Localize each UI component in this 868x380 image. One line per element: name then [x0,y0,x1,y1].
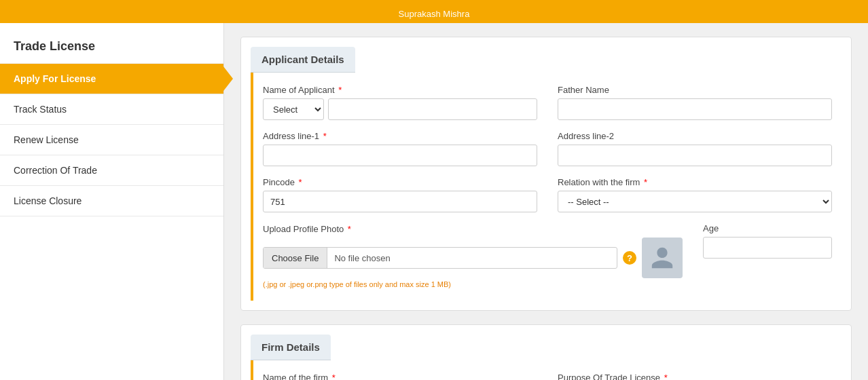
firm-section: Firm Details Name of the firm * Purpose … [240,324,852,380]
sidebar-item-correction[interactable]: Correction Of Trade [0,155,223,186]
firm-grid: Name of the firm * Purpose Of Trade Lice… [263,373,832,380]
choose-file-button[interactable]: Choose File [264,248,327,268]
sidebar-item-closure-label: License Closure [14,195,82,206]
name-input-row: Select Mr. Mrs. Ms. Dr. [263,98,537,120]
sidebar-item-apply[interactable]: Apply For License [0,64,223,94]
father-name-label: Father Name [558,85,832,95]
address1-required-star: * [321,131,327,141]
sidebar-item-renew[interactable]: Renew License [0,125,223,155]
relation-group: Relation with the firm * -- Select -- Ow… [558,177,832,212]
sidebar-item-renew-label: Renew License [14,134,79,145]
applicant-form: Name of Applicant * Select Mr. Mrs. Ms. … [251,73,842,301]
person-icon [649,245,675,271]
address2-input[interactable] [558,145,832,166]
file-input-wrapper: Choose File No file chosen [263,247,617,269]
purpose-label: Purpose Of Trade License * [558,373,832,380]
pincode-input[interactable] [263,191,537,212]
father-name-input[interactable] [558,98,832,120]
applicant-section: Applicant Details Name of Applicant * Se… [240,37,852,311]
address1-label: Address line-1 * [263,131,537,141]
purpose-required-star: * [662,373,668,380]
upload-label: Upload Profile Photo * [263,224,351,234]
address1-input[interactable] [263,145,537,166]
main-content: Applicant Details Name of Applicant * Se… [224,23,868,380]
sidebar-title: Trade License [0,30,223,64]
sidebar-item-closure[interactable]: License Closure [0,186,223,216]
age-section: Age [703,223,832,259]
pincode-group: Pincode * [263,177,537,212]
upload-help-icon[interactable]: ? [623,251,636,265]
address1-group: Address line-1 * [263,131,537,166]
applicant-section-header: Applicant Details [251,47,355,73]
sidebar-item-track-label: Track Status [14,104,67,115]
username-display: Suprakash Mishra [399,9,470,19]
name-label: Name of Applicant * [263,85,537,95]
purpose-group: Purpose Of Trade License * [558,373,832,380]
sidebar-item-apply-label: Apply For License [14,73,96,84]
relation-select[interactable]: -- Select -- Owner Partner Director Othe… [558,191,832,212]
age-label: Age [703,223,832,233]
relation-required-star: * [641,177,647,187]
file-name-display: No file chosen [327,253,617,263]
sidebar-item-track[interactable]: Track Status [0,94,223,125]
firm-name-label: Name of the firm * [263,373,537,380]
upload-hint: (.jpg or .jpeg or.png type of files only… [263,280,683,288]
relation-label: Relation with the firm * [558,177,832,187]
sidebar: Trade License Apply For License Track St… [0,23,224,380]
firm-name-required-star: * [329,373,336,380]
applicant-grid: Name of Applicant * Select Mr. Mrs. Ms. … [263,85,832,212]
profile-photo-placeholder [642,238,683,278]
pincode-required-star: * [296,177,302,187]
name-required-star: * [336,85,342,95]
age-input[interactable] [703,237,832,259]
name-text-input[interactable] [328,98,537,120]
firm-form: Name of the firm * Purpose Of Trade Lice… [251,360,842,380]
upload-required-star: * [345,224,351,234]
pincode-label: Pincode * [263,177,537,187]
firm-name-group: Name of the firm * [263,373,537,380]
firm-section-header: Firm Details [251,335,331,360]
father-name-group: Father Name [558,85,832,120]
upload-section: Upload Profile Photo * Choose File No fi… [263,223,683,288]
name-title-select[interactable]: Select Mr. Mrs. Ms. Dr. [263,98,324,120]
sidebar-item-correction-label: Correction Of Trade [14,165,97,176]
address2-group: Address line-2 [558,131,832,166]
address2-label: Address line-2 [558,131,832,141]
name-group: Name of Applicant * Select Mr. Mrs. Ms. … [263,85,537,120]
